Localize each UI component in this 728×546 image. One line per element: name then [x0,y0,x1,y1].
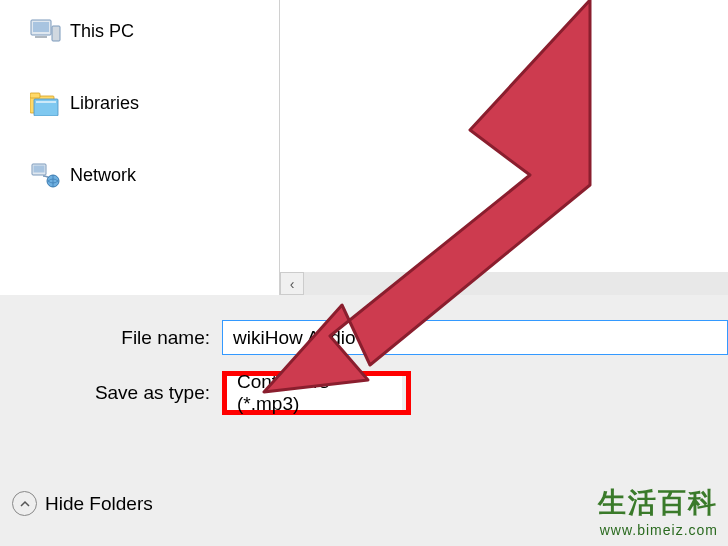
watermark-text-url: www.bimeiz.com [598,522,718,538]
horizontal-scrollbar[interactable] [304,272,728,295]
svg-rect-5 [30,93,40,98]
nav-item-network[interactable]: Network [0,154,279,196]
saveastype-label: Save as type: [0,382,222,404]
filename-label: File name: [0,327,222,349]
scroll-left-button[interactable]: ‹ [280,272,304,295]
filename-row: File name: [0,320,728,355]
network-icon [28,160,62,190]
chevron-up-icon [12,491,37,516]
nav-item-this-pc[interactable]: This PC [0,10,279,52]
watermark-text-cn: 生活百科 [598,484,718,522]
saveastype-combo[interactable]: Containers (*.mp3) [227,376,402,410]
svg-rect-1 [33,22,49,32]
chevron-left-icon: ‹ [290,276,295,292]
highlight-box: Containers (*.mp3) [222,371,411,415]
svg-rect-2 [52,26,60,41]
svg-rect-9 [34,166,45,173]
svg-rect-7 [36,101,56,103]
saveastype-row: Save as type: Containers (*.mp3) [0,371,728,415]
hide-folders-button[interactable]: Hide Folders [12,491,153,516]
file-list-area [280,0,728,295]
nav-item-label: Libraries [70,93,139,114]
navigation-pane: This PC Libraries Network [0,0,280,295]
pc-icon [28,16,62,46]
filename-input[interactable] [222,320,728,355]
nav-item-label: Network [70,165,136,186]
nav-item-label: This PC [70,21,134,42]
watermark: 生活百科 www.bimeiz.com [598,484,718,538]
svg-rect-3 [35,36,47,38]
libraries-icon [28,88,62,118]
nav-item-libraries[interactable]: Libraries [0,82,279,124]
hide-folders-label: Hide Folders [45,493,153,515]
